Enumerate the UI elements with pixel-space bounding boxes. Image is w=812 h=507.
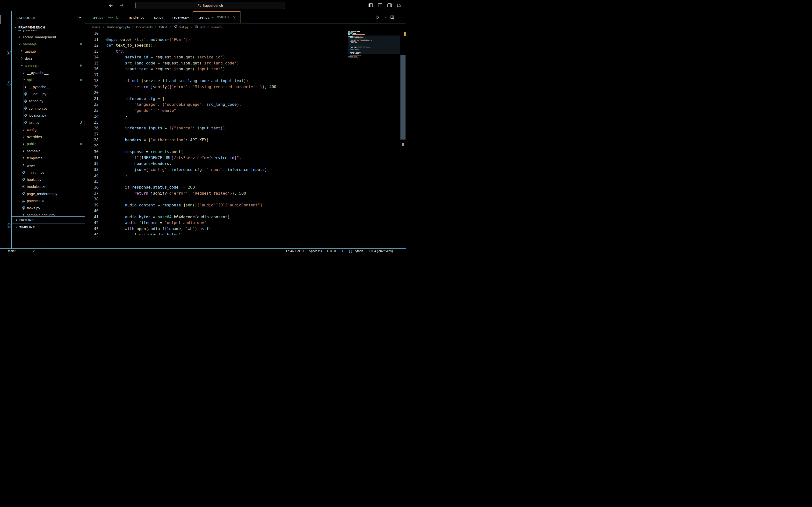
tree-item-templates[interactable]: templates <box>12 155 85 162</box>
breadcrumb-item-test.py[interactable]: test.py <box>174 25 189 29</box>
tree-item-samaaja.egg-info[interactable]: samaaja.egg-info <box>12 212 85 216</box>
tree-item-docs[interactable]: docs <box>12 55 85 62</box>
tree-item-library_management[interactable]: library_management <box>12 34 85 41</box>
split-editor-button[interactable] <box>390 15 394 19</box>
code-line-39[interactable]: 39 audio_content = response.json()["audi… <box>85 202 406 208</box>
activitybar-explorer[interactable] <box>0 13 12 25</box>
code-line-32[interactable]: 32 headers=headers, <box>85 161 406 167</box>
tree-item-samaaja[interactable]: samaaja <box>12 41 85 48</box>
back-arrow-icon[interactable] <box>108 3 114 8</box>
status-cursor-position[interactable]: Ln 46, Col 61 <box>286 249 304 253</box>
tree-item-__init__.py[interactable]: __init__.py <box>12 91 85 98</box>
tab-handler.py[interactable]: handler.py <box>122 11 148 23</box>
editor-scrollbar[interactable] <box>400 31 406 248</box>
breadcrumb-item-Users[interactable]: Users <box>92 25 100 29</box>
code-line-27[interactable]: 27 <box>85 131 406 137</box>
tab-test.py[interactable]: test.py~/.../C4GT 2 <box>193 11 241 23</box>
code-line-30[interactable]: 30 response = requests.post( <box>85 149 406 155</box>
tree-item-hooks.py[interactable]: hooks.py <box>12 176 85 183</box>
status-eol[interactable]: LF <box>341 249 344 253</box>
breadcrumb-item-C4GT[interactable]: C4GT <box>159 25 168 29</box>
tree-item-__init__.py[interactable]: __init__.py <box>12 169 85 176</box>
activitybar-settings[interactable]: 1 <box>0 217 12 228</box>
code-line-29[interactable]: 29 <box>85 143 406 149</box>
activitybar-source-control[interactable]: 5 <box>0 44 12 56</box>
activitybar-testing[interactable] <box>0 90 12 101</box>
breadcrumb-item-Documents[interactable]: Documents <box>136 25 152 29</box>
code-line-37[interactable]: 37 return jsonify({'error': 'Request fai… <box>85 190 406 196</box>
tree-item-tasks.py[interactable]: tasks.py <box>12 205 85 212</box>
timeline-panel-header[interactable]: TIMELINE <box>12 224 85 231</box>
code-line-38[interactable]: 38 <box>85 196 406 202</box>
tree-item-patches.txt[interactable]: patches.txt <box>12 197 85 205</box>
activitybar-run-debug[interactable] <box>0 59 12 71</box>
tree-item-yarn.lock[interactable]: yarn.lock <box>12 31 85 34</box>
more-actions-button[interactable] <box>398 15 402 19</box>
tree-item-www[interactable]: www <box>12 162 85 169</box>
tree-item-action.py[interactable]: action.py <box>12 98 85 105</box>
activitybar-account[interactable] <box>0 201 12 213</box>
activitybar-search[interactable] <box>0 29 12 40</box>
tree-item-config[interactable]: config <box>12 126 85 133</box>
forward-arrow-icon[interactable] <box>119 3 124 8</box>
code-line-34[interactable]: 34 ) <box>85 173 406 179</box>
status-language-mode[interactable]: { }Python <box>349 249 363 253</box>
tab-receive.py[interactable]: receive.py <box>167 11 193 23</box>
tree-item-samaaja[interactable]: samaaja <box>12 62 85 69</box>
workspace-root-frappe-bench[interactable]: FRAPPE-BENCH <box>12 24 85 31</box>
run-dropdown-button[interactable] <box>384 15 387 19</box>
code-line-41[interactable]: 41 audio_bytes = base64.b64decode(audio_… <box>85 214 406 220</box>
customize-layout-icon[interactable] <box>396 3 402 8</box>
tree-item-.github[interactable]: .github <box>12 48 85 55</box>
code-editor[interactable]: 1011@app.route('/tts', methods=['POST'])… <box>85 31 406 248</box>
breadcrumb-item-shubhangigupta[interactable]: shubhangigupta <box>107 25 130 29</box>
code-line-42[interactable]: 42 audio_filename = "output_audio.wav" <box>85 220 406 226</box>
status-python-interpreter[interactable]: 3.11.4 ('env': venv) <box>368 249 393 253</box>
code-line-23[interactable]: 23 "gender": "female" <box>85 108 406 114</box>
code-line-33[interactable]: 33 json={"config": inference_cfg, "input… <box>85 167 406 173</box>
run-button[interactable] <box>375 15 380 19</box>
code-line-40[interactable]: 40 <box>85 208 406 214</box>
status-indentation[interactable]: Spaces: 4 <box>309 249 322 253</box>
command-center-search[interactable]: frappe-bench <box>135 2 285 9</box>
activitybar-extensions[interactable]: 1 <box>0 74 12 86</box>
code-text: response = requests.post( <box>106 149 183 155</box>
tree-item-public[interactable]: public <box>12 140 85 148</box>
tree-item-page_renderers.py[interactable]: page_renderers.py <box>12 190 85 198</box>
code-line-28[interactable]: 28 headers = {"authorization": API_KEY} <box>85 137 406 143</box>
code-line-35[interactable]: 35 <box>85 179 406 185</box>
tree-item-modules.txt[interactable]: modules.txt <box>12 183 85 190</box>
outline-panel-header[interactable]: OUTLINE <box>12 216 85 224</box>
status-git-branch[interactable]: main* <box>7 249 16 253</box>
toggle-primary-sidebar-icon[interactable] <box>368 3 373 8</box>
code-line-44[interactable]: 44 f.write(audio_bytes) <box>85 232 406 235</box>
tree-item-overrides[interactable]: overrides <box>12 133 85 140</box>
tree-item-samaaja[interactable]: samaaja <box>12 148 85 155</box>
tree-item-__pycache__[interactable]: __pycache__ <box>12 83 85 91</box>
minimap-viewport[interactable] <box>348 36 400 54</box>
toggle-secondary-sidebar-icon[interactable] <box>387 3 392 8</box>
toggle-panel-icon[interactable] <box>377 3 383 8</box>
code-line-43[interactable]: 43 with open(audio_filename, "wb") as f: <box>85 226 406 232</box>
tree-item-common.py[interactable]: common.py <box>12 105 85 112</box>
scrollbar-slider[interactable] <box>400 55 406 139</box>
minimap[interactable] <box>348 31 400 103</box>
tree-item-test.py[interactable]: test.pyU <box>12 119 85 126</box>
code-line-25[interactable]: 25 <box>85 119 406 125</box>
status-label: UTF-8 <box>327 249 336 253</box>
tree-item-api[interactable]: api <box>12 76 85 83</box>
breadcrumb-item-text_to_speech[interactable]: text_to_speech <box>195 25 221 29</box>
status-encoding[interactable]: UTF-8 <box>327 249 336 253</box>
code-line-31[interactable]: 31 f"{INFERENCE_URL}/tts?serviceId={serv… <box>85 155 406 161</box>
tree-item-__pycache__[interactable]: __pycache__ <box>12 69 85 76</box>
status-warnings[interactable]: 2 <box>32 249 35 253</box>
tab-api.py[interactable]: api.py <box>148 11 167 23</box>
status-errors[interactable]: 0 <box>24 249 27 253</box>
tree-item-location.py[interactable]: location.py <box>12 112 85 119</box>
line-number: 23 <box>85 108 99 114</box>
tab-test.py[interactable]: test.py.../apiU <box>87 11 122 23</box>
code-line-36[interactable]: 36 if response.status_code != 200: <box>85 184 406 190</box>
explorer-more-actions-icon[interactable] <box>77 15 82 20</box>
code-line-24[interactable]: 24 } <box>85 113 406 119</box>
code-line-26[interactable]: 26 inference_inputs = [{"source": input_… <box>85 125 406 131</box>
